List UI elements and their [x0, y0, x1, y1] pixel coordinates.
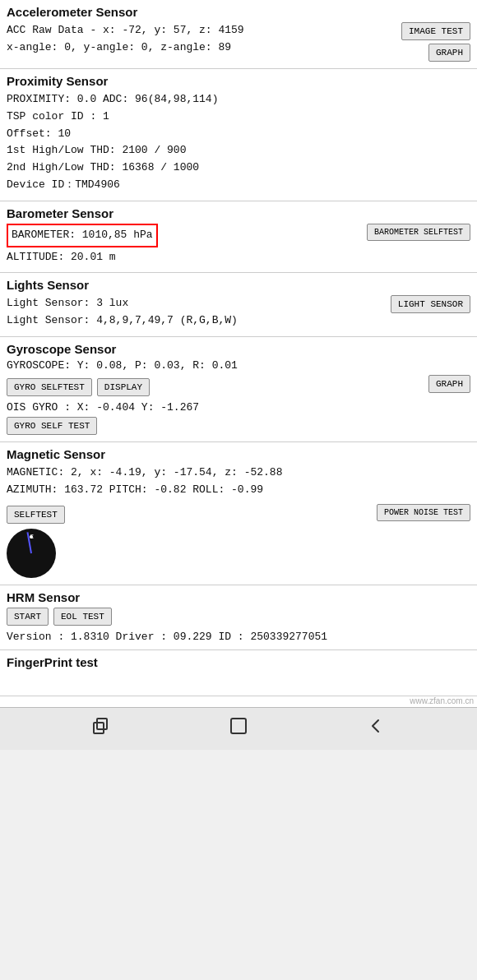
accelerometer-title: Accelerometer Sensor — [7, 5, 470, 19]
lights-section: Lights Sensor Light Sensor: 3 lux Light … — [0, 273, 477, 337]
gyroscope-line1: GYROSCOPE: Y: 0.08, P: 0.03, R: 0.01 — [7, 359, 470, 372]
compass-container: ε — [7, 529, 56, 578]
back-icon[interactable] — [366, 716, 386, 742]
barometer-text: BAROMETER: 1010,85 hPa ALTITUDE: 20.01 m — [7, 224, 367, 266]
fingerprint-title: FingerPrint test — [7, 655, 470, 669]
proximity-section: Proximity Sensor PROXIMITY: 0.0 ADC: 96(… — [0, 69, 477, 201]
lights-line2: Light Sensor: 4,8,9,7,49,7 (R,G,B,W) — [7, 312, 380, 330]
gyroscope-title: Gyroscope Sensor — [7, 342, 470, 356]
hrm-start-button[interactable]: START — [7, 608, 49, 626]
hrm-version-line: Version : 1.8310 Driver : 09.229 ID : 25… — [7, 631, 470, 643]
accelerometer-text: ACC Raw Data - x: -72, y: 57, z: 4159 x-… — [7, 22, 380, 57]
hrm-eol-button[interactable]: EOL TEST — [53, 608, 112, 626]
barometer-value-box: BAROMETER: 1010,85 hPa — [7, 224, 367, 249]
barometer-altitude: ALTITUDE: 20.01 m — [7, 249, 367, 266]
barometer-section: Barometer Sensor BAROMETER: 1010,85 hPa … — [0, 201, 477, 274]
accelerometer-buttons: IMAGE TEST GRAPH — [380, 22, 470, 62]
accelerometer-section: Accelerometer Sensor ACC Raw Data - x: -… — [0, 0, 477, 69]
recent-apps-icon[interactable] — [91, 716, 111, 741]
gyro-graph-button[interactable]: GRAPH — [428, 375, 470, 393]
proximity-line2: TSP color ID : 1 — [7, 109, 470, 126]
barometer-buttons: BAROMETER SELFTEST — [367, 224, 470, 241]
gyroscope-top-buttons: GYRO SELFTEST DISPLAY — [7, 378, 150, 396]
compass: ε — [7, 529, 56, 578]
proximity-line6: Device ID：TMD4906 — [7, 177, 470, 194]
lights-buttons: LIGHT SENSOR — [380, 295, 470, 313]
lights-text: Light Sensor: 3 lux Light Sensor: 4,8,9,… — [7, 295, 380, 330]
svg-rect-0 — [94, 723, 104, 733]
power-noise-test-button[interactable]: POWER NOISE TEST — [377, 504, 470, 521]
home-icon[interactable] — [229, 716, 248, 742]
ois-line: OIS GYRO : X: -0.404 Y: -1.267 — [7, 401, 470, 414]
proximity-text: PROXIMITY: 0.0 ADC: 96(84,98,114) TSP co… — [7, 91, 470, 194]
magnetic-line2: AZIMUTH: 163.72 PITCH: -0.82 ROLL: -0.99 — [7, 482, 470, 499]
gyro-display-button[interactable]: DISPLAY — [97, 378, 150, 396]
proximity-line5: 2nd High/Low THD: 16368 / 1000 — [7, 159, 470, 177]
barometer-value: BAROMETER: 1010,85 hPa — [7, 224, 158, 247]
hrm-title: HRM Sensor — [7, 590, 470, 604]
proximity-line3: Offset: 10 — [7, 126, 470, 143]
gyroscope-section: Gyroscope Sensor GYROSCOPE: Y: 0.08, P: … — [0, 337, 477, 442]
bottom-nav — [0, 707, 477, 750]
barometer-selftest-button[interactable]: BAROMETER SELFTEST — [367, 224, 470, 241]
gyro-self-test-row: GYRO SELF TEST — [7, 417, 470, 435]
watermark: www.zfan.com.cn — [0, 696, 477, 707]
magnetic-section: Magnetic Sensor MAGNETIC: 2, x: -4.19, y… — [0, 442, 477, 585]
light-sensor-button[interactable]: LIGHT SENSOR — [391, 295, 470, 313]
compass-dot: ε — [30, 535, 33, 539]
svg-rect-2 — [231, 719, 246, 733]
fingerprint-section: FingerPrint test — [0, 650, 477, 696]
barometer-title: Barometer Sensor — [7, 206, 470, 220]
proximity-line4: 1st High/Low THD: 2100 / 900 — [7, 142, 470, 159]
proximity-line1: PROXIMITY: 0.0 ADC: 96(84,98,114) — [7, 91, 470, 109]
acc-line2: x-angle: 0, y-angle: 0, z-angle: 89 — [7, 39, 380, 57]
gyro-selftest-button[interactable]: GYRO SELFTEST — [7, 378, 92, 396]
gyroscope-right-buttons: GRAPH — [380, 375, 470, 393]
svg-rect-1 — [97, 719, 107, 729]
image-test-button[interactable]: IMAGE TEST — [401, 22, 470, 40]
acc-line1: ACC Raw Data - x: -72, y: 57, z: 4159 — [7, 22, 380, 39]
magnetic-title: Magnetic Sensor — [7, 447, 470, 461]
hrm-buttons: START EOL TEST — [7, 608, 470, 626]
lights-line1: Light Sensor: 3 lux — [7, 295, 380, 312]
lights-title: Lights Sensor — [7, 278, 470, 292]
gyro-self-test-button[interactable]: GYRO SELF TEST — [7, 417, 97, 435]
acc-graph-button[interactable]: GRAPH — [428, 44, 470, 62]
magnetic-selftest-button[interactable]: SELFTEST — [7, 506, 65, 524]
magnetic-right-buttons: POWER NOISE TEST — [377, 504, 470, 521]
magnetic-text: MAGNETIC: 2, x: -4.19, y: -17.54, z: -52… — [7, 465, 470, 499]
page-content: Accelerometer Sensor ACC Raw Data - x: -… — [0, 0, 477, 750]
proximity-title: Proximity Sensor — [7, 74, 470, 88]
magnetic-line1: MAGNETIC: 2, x: -4.19, y: -17.54, z: -52… — [7, 465, 470, 482]
hrm-section: HRM Sensor START EOL TEST Version : 1.83… — [0, 585, 477, 650]
magnetic-left-buttons: SELFTEST — [7, 506, 65, 524]
